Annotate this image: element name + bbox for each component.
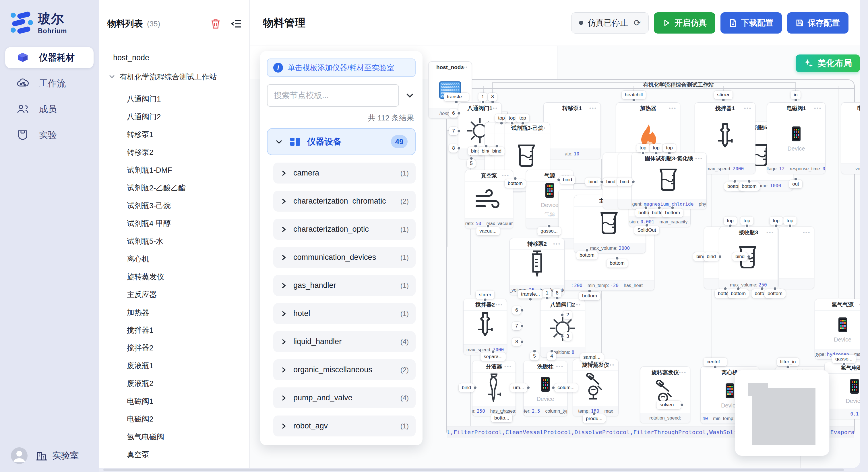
tree-item[interactable]: 转移泵1 (99, 126, 249, 143)
refresh-icon[interactable]: ⟳ (634, 18, 641, 28)
port-um...[interactable]: um... (510, 383, 527, 392)
horizontal-scrollbar[interactable] (103, 469, 844, 471)
port-separa...[interactable]: separa... (480, 352, 506, 361)
port-centrif...[interactable]: centrif... (704, 358, 727, 366)
chevron-down-icon[interactable] (404, 90, 415, 101)
port-bind[interactable]: bind (489, 147, 505, 156)
node-menu-icon[interactable]: ••• (803, 230, 811, 235)
port-solven...[interactable]: solven... (656, 401, 681, 409)
port-7[interactable]: 7 (449, 127, 458, 135)
port-bottom[interactable]: bottom (505, 179, 526, 188)
beautify-layout-button[interactable]: 美化布局 (796, 55, 860, 72)
tree-item[interactable]: 废液瓶1 (99, 357, 249, 374)
canvas-node-固体试剂瓶3-氯化镁[interactable]: 固体试剂瓶3-氯化镁•••agent: magnesium_chlorideph… (631, 153, 707, 209)
port-bind[interactable]: bind (732, 252, 748, 261)
tree-item[interactable]: 搅拌器1 (99, 321, 249, 339)
category-instruments[interactable]: 仪器设备 49 (267, 128, 415, 155)
node-menu-icon[interactable]: ••• (859, 302, 860, 308)
template-group-pump_and_valve[interactable]: pump_and_valve(4) (273, 387, 415, 408)
port-stirrer[interactable]: stirrer (476, 291, 494, 299)
sidebar-item-实验[interactable]: 实验 (5, 125, 94, 146)
tree-item[interactable]: 试剂瓶4-甲醇 (99, 214, 249, 232)
port-8[interactable]: 8 (512, 338, 521, 346)
node-menu-icon[interactable]: ••• (607, 362, 615, 368)
port-bottom[interactable]: bottom (739, 182, 760, 191)
port-heatchill[interactable]: heatchill (622, 91, 646, 99)
port-top[interactable]: top (637, 144, 650, 152)
port-botto...[interactable]: botto... (491, 414, 513, 423)
template-group-camera[interactable]: camera(1) (273, 163, 415, 183)
node-menu-icon[interactable]: ••• (495, 302, 503, 308)
port-bottom[interactable]: bottom (577, 251, 598, 260)
port-1[interactable]: 1 (542, 289, 551, 297)
port-6[interactable]: 6 (512, 306, 521, 314)
port-7[interactable]: 7 (512, 322, 521, 330)
sidebar-item-工作流[interactable]: 工作流 (5, 73, 94, 94)
canvas-node-搅拌器2[interactable]: 搅拌器2•••max_speed: 2000 (463, 299, 507, 355)
port-transfe...[interactable]: transfe... (444, 93, 469, 101)
port-SolidOut[interactable]: SolidOut (634, 226, 659, 235)
canvas-node-氢气气源[interactable]: 氢气气源•••Device_type: hydrogenmax_pre (815, 299, 860, 360)
port-top[interactable]: top (724, 216, 737, 225)
tree-item[interactable]: 八通阀门1 (99, 90, 249, 108)
port-colum...[interactable]: colum... (554, 383, 578, 392)
node-menu-icon[interactable]: ••• (766, 230, 774, 235)
port-5[interactable]: 5 (467, 159, 476, 168)
port-5[interactable]: 5 (530, 352, 539, 361)
port-bottom[interactable]: bottom (764, 289, 786, 298)
port-bind[interactable]: bind (704, 252, 719, 261)
tree-group[interactable]: 有机化学流程综合测试工作站 (99, 72, 249, 82)
node-menu-icon[interactable]: ••• (814, 105, 822, 111)
node-menu-icon[interactable]: ••• (490, 105, 498, 111)
sidebar-item-lab[interactable]: 实验室 (35, 449, 79, 462)
start-sim-button[interactable]: 开启仿真 (654, 12, 715, 34)
node-menu-icon[interactable]: ••• (669, 105, 677, 111)
port-gasso...[interactable]: gasso... (537, 227, 561, 235)
port-filter_in[interactable]: filter_in (777, 358, 799, 366)
tree-item[interactable]: 八通阀门2 (99, 108, 249, 126)
tree-item[interactable]: 废液瓶2 (99, 374, 249, 392)
canvas-node[interactable]: ••• (778, 227, 814, 289)
sidebar-item-成员[interactable]: 成员 (5, 99, 94, 120)
tree-item[interactable]: 主反应器 (99, 285, 249, 303)
node-menu-icon[interactable]: ••• (574, 302, 581, 308)
tree-item[interactable]: 离心机 (99, 250, 249, 268)
template-group-robot_agv[interactable]: robot_agv(1) (273, 415, 415, 436)
tree-item[interactable]: 搅拌器2 (99, 339, 249, 357)
tree-item[interactable]: 试剂瓶5-水 (99, 232, 249, 250)
port-8[interactable]: 8 (553, 289, 561, 297)
node-menu-icon[interactable]: ••• (695, 156, 703, 162)
port-transfe...[interactable]: transfe... (518, 290, 543, 299)
node-menu-icon[interactable]: ••• (679, 370, 687, 375)
port-bind[interactable]: bind (585, 177, 601, 186)
port-sampl...[interactable]: sampl... (580, 353, 603, 362)
avatar[interactable] (11, 447, 28, 464)
node-menu-icon[interactable]: ••• (556, 364, 564, 370)
port-top[interactable]: top (663, 144, 676, 152)
sidebar-item-仪器耗材[interactable]: 仪器耗材 (5, 47, 94, 68)
port-1[interactable]: 1 (478, 93, 487, 101)
port-3[interactable]: 3 (563, 332, 572, 341)
canvas-node-电磁阀1[interactable]: 电磁阀1•••Devicevoltage: 12response_time: 0… (767, 102, 826, 174)
port-gasso...[interactable]: gasso... (832, 355, 856, 363)
port-top[interactable]: top (770, 216, 783, 225)
tree-item[interactable]: 电磁阀1 (99, 392, 249, 410)
tree-item[interactable]: 电磁阀2 (99, 410, 249, 428)
node-menu-icon[interactable]: ••• (744, 105, 752, 111)
port-stirrer[interactable]: stirrer (714, 91, 733, 99)
template-group-liquid_handler[interactable]: liquid_handler(4) (273, 331, 415, 352)
template-group-hotel[interactable]: hotel(1) (273, 303, 415, 324)
port-in[interactable]: in (790, 91, 801, 99)
canvas-node-转移泵1[interactable]: 转移泵1•••ate: 10 (544, 102, 601, 159)
canvas-node-真空泵[interactable]: 真空泵•••ump_rate: 50max_vacuum: 0.1 (465, 170, 513, 229)
canvas-node-分液器[interactable]: 分液器•••volume: 250has_phases: true (472, 361, 516, 416)
canvas-node-转移泵2[interactable]: 转移泵2•••max_volume: 25transfer_rate: 10 (509, 238, 565, 295)
port-top[interactable]: top (740, 216, 753, 225)
canvas-node-旋转蒸发仪[interactable]: 旋转蒸发仪•••rotation_speed: (640, 367, 690, 423)
tree-item[interactable]: 试剂瓶1-DMF (99, 161, 249, 179)
save-config-button[interactable]: 保存配置 (787, 12, 848, 34)
port-top[interactable]: top (516, 114, 529, 123)
port-top[interactable]: top (783, 216, 797, 225)
template-group-characterization_optic[interactable]: characterization_optic(1) (273, 219, 415, 240)
port-8[interactable]: 8 (449, 144, 458, 153)
